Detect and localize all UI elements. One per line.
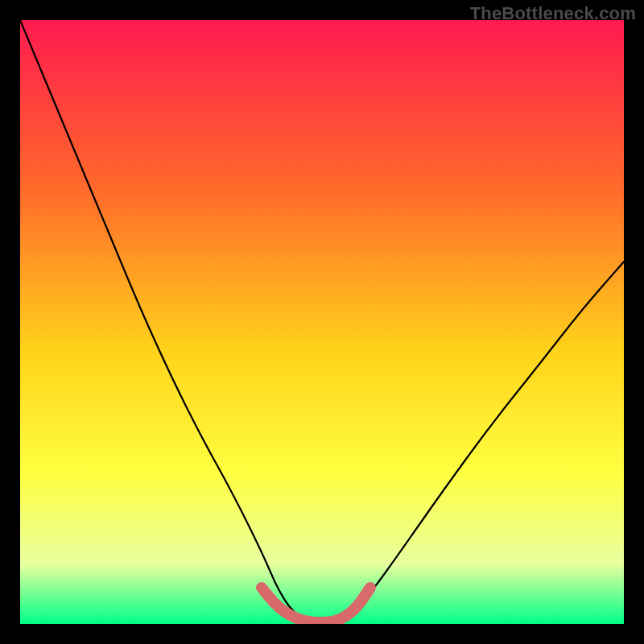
gradient-background: [20, 20, 624, 624]
chart-svg: [20, 20, 624, 624]
watermark-text: TheBottleneck.com: [470, 3, 636, 24]
chart-frame: TheBottleneck.com: [0, 0, 644, 644]
plot-area: [20, 20, 624, 624]
